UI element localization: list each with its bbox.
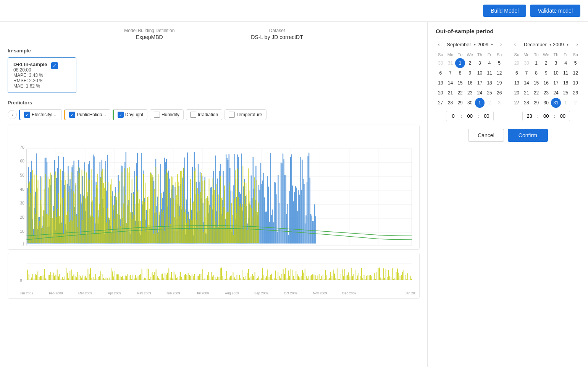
calendar-day[interactable]: 13 — [436, 78, 446, 88]
predictor-chip-3[interactable]: Humidity — [150, 109, 184, 120]
left-cal-month[interactable]: September October November December — [447, 42, 476, 47]
left-cal-year[interactable]: 2009 2010 — [477, 42, 493, 47]
predictor-chip-1[interactable]: PublicHolida... — [64, 109, 110, 120]
left-time-second[interactable] — [480, 111, 493, 121]
predictor-checkbox-2[interactable] — [118, 112, 124, 118]
calendar-day[interactable]: 10 — [551, 68, 561, 78]
calendar-day[interactable]: 11 — [485, 68, 494, 78]
calendar-day[interactable]: 31 — [551, 98, 561, 108]
calendar-day[interactable]: 3 — [551, 58, 561, 68]
calendar-day[interactable]: 9 — [541, 68, 551, 78]
calendar-day[interactable]: 22 — [531, 88, 541, 98]
calendar-day[interactable]: 22 — [455, 88, 465, 98]
calendar-day[interactable]: 16 — [541, 78, 551, 88]
calendar-day[interactable]: 14 — [446, 78, 456, 88]
calendar-day[interactable]: 1 — [531, 58, 541, 68]
predictor-chip-0[interactable]: ElectricityL... — [19, 109, 62, 120]
calendar-day[interactable]: 18 — [485, 78, 494, 88]
calendar-day[interactable]: 19 — [570, 78, 580, 88]
calendar-day[interactable]: 19 — [494, 78, 504, 88]
calendar-day[interactable]: 14 — [522, 78, 531, 88]
right-cal-year[interactable]: 2009 2010 — [553, 42, 569, 47]
calendar-day[interactable]: 20 — [436, 88, 446, 98]
calendar-day[interactable]: 27 — [512, 98, 522, 108]
calendar-day[interactable]: 26 — [494, 88, 504, 98]
right-time-hour[interactable] — [523, 111, 536, 121]
calendar-day[interactable]: 2 — [465, 58, 475, 68]
calendar-day[interactable]: 7 — [522, 68, 531, 78]
calendar-day[interactable]: 15 — [531, 78, 541, 88]
calendar-day[interactable]: 25 — [485, 88, 494, 98]
calendar-day[interactable]: 5 — [494, 58, 504, 68]
in-sample-checkbox[interactable] — [51, 62, 58, 69]
calendar-day[interactable]: 25 — [561, 88, 571, 98]
left-cal-prev[interactable]: ‹ — [436, 41, 442, 48]
calendar-day[interactable]: 2 — [541, 58, 551, 68]
left-time-hour[interactable] — [446, 111, 460, 121]
calendar-day[interactable]: 28 — [522, 98, 531, 108]
calendar-day[interactable]: 6 — [436, 68, 446, 78]
predictors-prev[interactable]: ‹ — [8, 110, 17, 119]
calendar-day[interactable]: 4 — [561, 58, 571, 68]
confirm-button[interactable]: Confirm — [508, 129, 548, 142]
calendar-day[interactable]: 2 — [570, 98, 580, 108]
predictor-chip-5[interactable]: Temperature — [225, 109, 266, 120]
calendar-day[interactable]: 11 — [561, 68, 571, 78]
calendar-day[interactable]: 1 — [561, 98, 571, 108]
calendar-day[interactable]: 21 — [522, 88, 531, 98]
calendar-day[interactable]: 12 — [570, 68, 580, 78]
predictor-chip-2[interactable]: DayLight — [113, 109, 147, 120]
calendar-day[interactable]: 20 — [512, 88, 522, 98]
calendar-day[interactable]: 1 — [475, 98, 485, 108]
calendar-day[interactable]: 24 — [475, 88, 485, 98]
left-cal-next[interactable]: › — [498, 41, 504, 48]
calendar-day[interactable]: 3 — [494, 98, 504, 108]
predictor-checkbox-5[interactable] — [229, 112, 235, 118]
calendar-day[interactable]: 31 — [446, 58, 456, 68]
calendar-day[interactable]: 9 — [465, 68, 475, 78]
calendar-day[interactable]: 26 — [570, 88, 580, 98]
predictor-chip-4[interactable]: Irradiation — [186, 109, 222, 120]
calendar-day[interactable]: 8 — [531, 68, 541, 78]
predictor-checkbox-3[interactable] — [154, 112, 160, 118]
calendar-day[interactable]: 16 — [465, 78, 475, 88]
calendar-day[interactable]: 3 — [475, 58, 485, 68]
validate-model-button[interactable]: Validate model — [530, 5, 580, 17]
calendar-day[interactable]: 1 — [455, 58, 465, 68]
calendar-day[interactable]: 24 — [551, 88, 561, 98]
calendar-day[interactable]: 30 — [522, 58, 531, 68]
calendar-day[interactable]: 12 — [494, 68, 504, 78]
calendar-day[interactable]: 10 — [475, 68, 485, 78]
calendar-day[interactable]: 21 — [446, 88, 456, 98]
left-time-minute[interactable] — [463, 111, 477, 121]
calendar-day[interactable]: 29 — [512, 58, 522, 68]
build-model-button[interactable]: Build Model — [483, 5, 526, 17]
calendar-day[interactable]: 8 — [455, 68, 465, 78]
calendar-day[interactable]: 30 — [541, 98, 551, 108]
calendar-day[interactable]: 7 — [446, 68, 456, 78]
right-time-minute[interactable] — [539, 111, 553, 121]
calendar-day[interactable]: 15 — [455, 78, 465, 88]
predictor-checkbox-4[interactable] — [190, 112, 196, 118]
calendar-day[interactable]: 6 — [512, 68, 522, 78]
right-cal-prev[interactable]: ‹ — [512, 41, 519, 48]
calendar-day[interactable]: 30 — [436, 58, 446, 68]
calendar-day[interactable]: 28 — [446, 98, 456, 108]
right-cal-month[interactable]: December November — [524, 42, 551, 47]
right-time-second[interactable] — [556, 111, 570, 121]
calendar-day[interactable]: 13 — [512, 78, 522, 88]
calendar-day[interactable]: 27 — [436, 98, 446, 108]
calendar-day[interactable]: 29 — [455, 98, 465, 108]
right-cal-next[interactable]: › — [574, 41, 580, 48]
calendar-day[interactable]: 17 — [551, 78, 561, 88]
calendar-day[interactable]: 18 — [561, 78, 571, 88]
predictor-checkbox-0[interactable] — [24, 112, 30, 118]
calendar-day[interactable]: 23 — [465, 88, 475, 98]
predictor-checkbox-1[interactable] — [69, 112, 75, 118]
calendar-day[interactable]: 30 — [465, 98, 475, 108]
calendar-day[interactable]: 4 — [485, 58, 494, 68]
calendar-day[interactable]: 17 — [475, 78, 485, 88]
calendar-day[interactable]: 23 — [541, 88, 551, 98]
cancel-button[interactable]: Cancel — [468, 129, 504, 142]
calendar-day[interactable]: 2 — [485, 98, 494, 108]
